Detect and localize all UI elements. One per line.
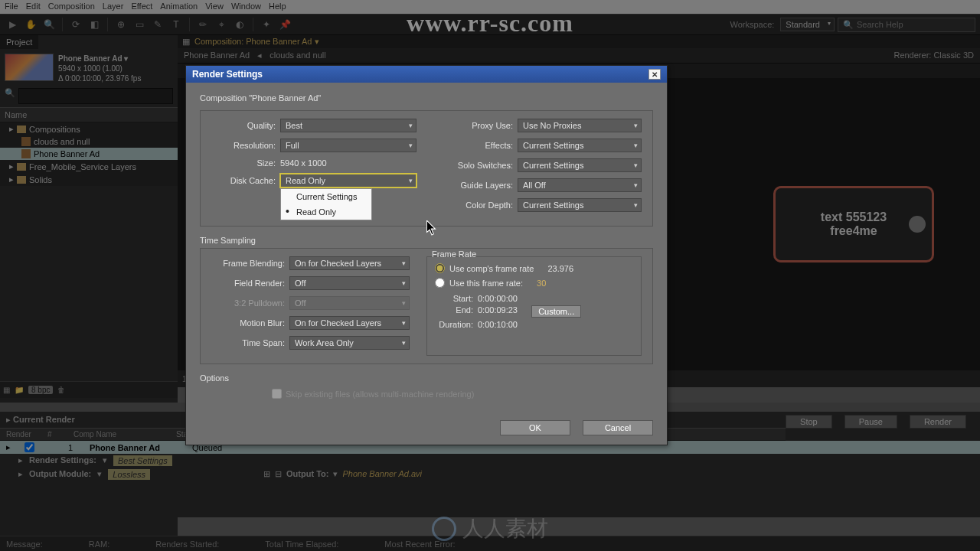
solo-label: Solo Switches: — [436, 161, 513, 170]
use-comp-framerate-radio[interactable] — [435, 263, 445, 273]
bread-comp[interactable]: Phone Banner Ad — [184, 51, 250, 60]
comp-thumbnail[interactable] — [5, 54, 54, 81]
menu-view[interactable]: View — [205, 2, 224, 12]
end-label: End: — [435, 305, 473, 318]
rect-tool-icon[interactable]: ▭ — [132, 17, 147, 32]
remove-output-icon[interactable]: ⊟ — [275, 469, 282, 480]
quality-dropdown[interactable]: Best — [280, 119, 416, 132]
pulldown-dropdown: Off — [289, 296, 410, 310]
menu-animation[interactable]: Animation — [160, 2, 198, 12]
folder-icon — [17, 126, 26, 133]
this-framerate-value[interactable]: 30 — [537, 279, 546, 288]
solo-dropdown[interactable]: Current Settings — [518, 158, 642, 172]
tree-row-folder[interactable]: ▸Solids — [0, 173, 178, 186]
current-render-label: Current Render — [13, 415, 75, 424]
renderer-value[interactable]: Classic 3D — [933, 51, 974, 60]
delete-icon[interactable]: 🗑 — [57, 386, 65, 394]
start-value: 0:00:00:00 — [478, 294, 518, 303]
use-this-framerate-radio[interactable] — [435, 278, 445, 288]
roto-tool-icon[interactable]: ✦ — [259, 17, 274, 32]
bpc-indicator[interactable]: 8 bpc — [28, 386, 53, 394]
menu-edit[interactable]: Edit — [26, 2, 41, 12]
fieldrender-label: Field Render: — [211, 279, 285, 288]
tree-row-folder[interactable]: ▸Compositions — [0, 122, 178, 135]
output-module-value[interactable]: Lossless — [108, 469, 150, 480]
chevron-left-icon[interactable]: ◂ — [257, 51, 262, 60]
workspace-label: Workspace: — [730, 20, 774, 29]
hand-tool-icon[interactable]: ✋ — [23, 17, 38, 32]
col-name[interactable]: Name — [0, 107, 178, 122]
close-button[interactable]: ✕ — [648, 69, 661, 80]
status-elapsed: Total Time Elapsed: — [265, 540, 338, 549]
status-error: Most Recent Error: — [384, 540, 455, 549]
arrow-down-icon[interactable]: ▾ — [97, 469, 102, 480]
rq-enable-checkbox[interactable] — [24, 442, 34, 452]
timespan-dropdown[interactable]: Work Area Only — [289, 336, 410, 350]
render-settings-value[interactable]: Best Settings — [113, 455, 172, 466]
text-tool-icon[interactable]: T — [168, 17, 184, 32]
zoom-tool-icon[interactable]: 🔍 — [41, 17, 57, 32]
output-to-value[interactable]: Phone Banner Ad.avi — [342, 469, 422, 480]
selection-tool-icon[interactable]: ▶ — [5, 17, 20, 32]
render-settings-dialog: Render Settings ✕ Composition "Phone Ban… — [185, 65, 668, 445]
clone-tool-icon[interactable]: ⌖ — [214, 17, 229, 32]
project-tab[interactable]: Project — [0, 35, 38, 49]
frameblend-dropdown[interactable]: On for Checked Layers — [289, 256, 410, 270]
arrow-down-icon[interactable]: ▾ — [333, 469, 338, 480]
motionblur-dropdown[interactable]: On for Checked Layers — [289, 316, 410, 330]
search-help-input[interactable]: 🔍Search Help — [838, 18, 975, 32]
project-tree[interactable]: ▸Compositions clouds and null Phone Bann… — [0, 122, 178, 186]
cancel-button[interactable]: Cancel — [583, 420, 653, 435]
project-search-input[interactable] — [18, 88, 173, 104]
proxy-dropdown[interactable]: Use No Proxies — [518, 119, 642, 132]
duration-label: Duration: — [435, 320, 473, 329]
tree-row-comp[interactable]: clouds and null — [0, 135, 178, 148]
lock-icon[interactable]: ▦ — [182, 37, 190, 47]
tree-row-comp-selected[interactable]: Phone Banner Ad — [0, 148, 178, 160]
render-button[interactable]: Render — [910, 415, 966, 429]
resolution-label: Resolution: — [211, 141, 276, 150]
new-folder-icon[interactable]: 📁 — [15, 386, 24, 394]
diskcache-option-selected[interactable]: Read Only — [281, 204, 371, 220]
bread-precomp[interactable]: clouds and null — [270, 51, 325, 60]
start-label: Start: — [435, 294, 473, 303]
tree-row-folder[interactable]: ▸Free_Mobile_Service Layers — [0, 160, 178, 173]
menu-bar[interactable]: File Edit Composition Layer Effect Anima… — [0, 0, 980, 14]
search-icon: 🔍 — [843, 20, 854, 30]
pen-tool-icon[interactable]: ✎ — [150, 17, 165, 32]
camera-tool-icon[interactable]: ◧ — [87, 17, 102, 32]
proxy-label: Proxy Use: — [436, 121, 513, 130]
effects-dropdown[interactable]: Current Settings — [518, 139, 642, 152]
dialog-title: Render Settings — [192, 69, 263, 80]
status-message: Message: — [6, 540, 43, 549]
custom-button[interactable]: Custom... — [531, 305, 581, 318]
brush-tool-icon[interactable]: ✏ — [195, 17, 211, 32]
diskcache-dropdown[interactable]: Read Only Current Settings Read Only — [280, 174, 416, 187]
menu-layer[interactable]: Layer — [103, 2, 124, 12]
anchor-tool-icon[interactable]: ⊕ — [113, 17, 129, 32]
eraser-tool-icon[interactable]: ◐ — [232, 17, 247, 32]
resolution-dropdown[interactable]: Full — [280, 139, 416, 152]
menu-window[interactable]: Window — [231, 2, 261, 12]
color-dropdown[interactable]: Current Settings — [518, 198, 642, 212]
menu-composition[interactable]: Composition — [48, 2, 95, 12]
comp-framerate-value: 23.976 — [547, 264, 573, 273]
menu-file[interactable]: File — [5, 2, 18, 12]
diskcache-option[interactable]: Current Settings — [281, 189, 371, 204]
pause-button[interactable]: Pause — [844, 415, 897, 429]
rotate-tool-icon[interactable]: ⟳ — [68, 17, 83, 32]
pin-tool-icon[interactable]: 📌 — [277, 17, 292, 32]
guide-dropdown[interactable]: All Off — [518, 178, 642, 192]
stop-button[interactable]: Stop — [786, 415, 832, 429]
fieldrender-dropdown[interactable]: Off — [289, 276, 410, 290]
workspace-dropdown[interactable]: Standard — [780, 18, 835, 31]
add-output-icon[interactable]: ⊞ — [263, 469, 270, 480]
ok-button[interactable]: OK — [500, 420, 570, 435]
framerate-section: Frame Rate — [432, 249, 633, 259]
use-this-framerate-label: Use this frame rate: — [449, 279, 523, 288]
comp-tab[interactable]: Composition: Phone Banner Ad ▾ — [194, 37, 319, 47]
menu-help[interactable]: Help — [269, 2, 286, 12]
menu-effect[interactable]: Effect — [131, 2, 152, 12]
arrow-down-icon[interactable]: ▾ — [103, 455, 107, 466]
interpret-icon[interactable]: ▦ — [3, 386, 10, 394]
